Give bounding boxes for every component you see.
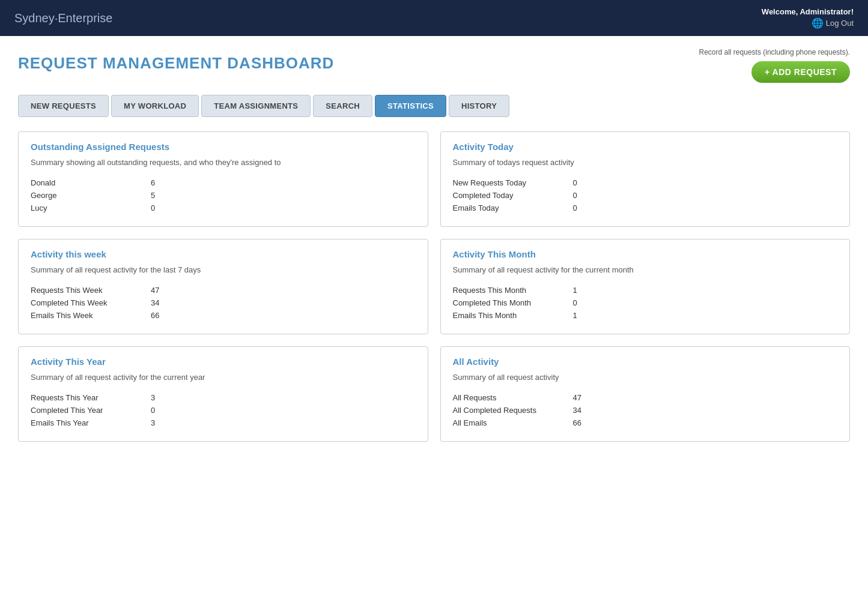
month-label-1: Completed This Month	[453, 298, 573, 307]
month-value-1: 0	[573, 298, 577, 307]
all-label-1: All Completed Requests	[453, 406, 573, 415]
all-label-2: All Emails	[453, 418, 573, 427]
year-label-2: Emails This Year	[31, 418, 151, 427]
year-label-0: Requests This Year	[31, 393, 151, 402]
today-label-2: Emails Today	[453, 203, 573, 212]
week-label-2: Emails This Week	[31, 311, 151, 320]
main-content: REQUEST MANAGEMENT DASHBOARD Record all …	[0, 36, 868, 590]
list-item: Completed Today 0	[453, 189, 838, 202]
month-value-0: 1	[573, 286, 577, 295]
list-item: Emails This Year 3	[31, 417, 416, 429]
list-item: Emails This Month 1	[453, 309, 838, 322]
list-item: Donald 6	[31, 176, 416, 189]
list-item: Requests This Month 1	[453, 284, 838, 297]
outstanding-label-1: George	[31, 191, 151, 200]
logout-button[interactable]: 🌐 Log Out	[762, 17, 854, 29]
week-label-0: Requests This Week	[31, 286, 151, 295]
today-value-0: 0	[573, 178, 577, 187]
list-item: All Emails 66	[453, 417, 838, 429]
page-title: REQUEST MANAGEMENT DASHBOARD	[18, 54, 334, 73]
nav-tabs: NEW REQUESTS MY WORKLOAD TEAM ASSIGNMENT…	[18, 95, 850, 117]
tab-new-requests[interactable]: NEW REQUESTS	[18, 95, 109, 117]
list-item: New Requests Today 0	[453, 176, 838, 189]
record-note: Record all requests (including phone req…	[699, 48, 850, 56]
panel-activity-week-title: Activity this week	[31, 249, 416, 259]
month-label-0: Requests This Month	[453, 286, 573, 295]
outstanding-label-2: Lucy	[31, 203, 151, 212]
list-item: George 5	[31, 189, 416, 202]
add-request-button[interactable]: + ADD REQUEST	[751, 61, 850, 83]
all-label-0: All Requests	[453, 393, 573, 402]
outstanding-value-2: 0	[151, 203, 155, 212]
today-label-0: New Requests Today	[453, 178, 573, 187]
globe-icon: 🌐	[812, 17, 824, 29]
outstanding-value-1: 5	[151, 191, 155, 200]
logo-main: Sydney	[14, 11, 55, 25]
year-value-1: 0	[151, 406, 155, 415]
today-value-1: 0	[573, 191, 577, 200]
dashboard-grid: Outstanding Assigned Requests Summary sh…	[18, 131, 850, 442]
list-item: All Completed Requests 34	[453, 404, 838, 417]
month-label-2: Emails This Month	[453, 311, 573, 320]
panel-all-activity-title: All Activity	[453, 357, 838, 367]
all-value-2: 66	[573, 418, 581, 427]
week-value-1: 34	[151, 298, 159, 307]
list-item: Emails This Week 66	[31, 309, 416, 322]
week-value-0: 47	[151, 286, 159, 295]
all-value-0: 47	[573, 393, 581, 402]
year-value-2: 3	[151, 418, 155, 427]
logo: Sydney·Enterprise	[14, 11, 112, 25]
outstanding-label-0: Donald	[31, 178, 151, 187]
panel-all-activity-desc: Summary of all request activity	[453, 373, 838, 382]
tab-history[interactable]: HISTORY	[449, 95, 509, 117]
tab-statistics[interactable]: STATISTICS	[375, 95, 446, 117]
panel-activity-week: Activity this week Summary of all reques…	[18, 239, 428, 334]
list-item: All Requests 47	[453, 391, 838, 404]
top-bar-right: Record all requests (including phone req…	[699, 48, 850, 83]
logo-sub: Enterprise	[58, 11, 112, 25]
list-item: Lucy 0	[31, 202, 416, 214]
month-value-2: 1	[573, 311, 577, 320]
list-item: Completed This Year 0	[31, 404, 416, 417]
panel-activity-month-title: Activity This Month	[453, 249, 838, 259]
panel-activity-year-title: Activity This Year	[31, 357, 416, 367]
year-label-1: Completed This Year	[31, 406, 151, 415]
panel-activity-month-desc: Summary of all request activity for the …	[453, 265, 838, 274]
list-item: Requests This Year 3	[31, 391, 416, 404]
year-value-0: 3	[151, 393, 155, 402]
header: Sydney·Enterprise Welcome, Administrator…	[0, 0, 868, 36]
list-item: Completed This Month 0	[453, 297, 838, 309]
logout-label: Log Out	[826, 19, 854, 28]
welcome-text: Welcome, Administrator!	[762, 7, 854, 16]
tab-search[interactable]: SEARCH	[313, 95, 372, 117]
panel-outstanding: Outstanding Assigned Requests Summary sh…	[18, 131, 428, 227]
all-value-1: 34	[573, 406, 581, 415]
outstanding-value-0: 6	[151, 178, 155, 187]
panel-activity-today-title: Activity Today	[453, 142, 838, 152]
list-item: Completed This Week 34	[31, 297, 416, 309]
top-bar: REQUEST MANAGEMENT DASHBOARD Record all …	[18, 48, 850, 83]
tab-my-workload[interactable]: MY WORKLOAD	[111, 95, 199, 117]
panel-activity-year-desc: Summary of all request activity for the …	[31, 373, 416, 382]
panel-activity-month: Activity This Month Summary of all reque…	[440, 239, 851, 334]
header-right: Welcome, Administrator! 🌐 Log Out	[762, 7, 854, 29]
panel-activity-year: Activity This Year Summary of all reques…	[18, 346, 428, 442]
panel-activity-today: Activity Today Summary of todays request…	[440, 131, 851, 227]
panel-activity-week-desc: Summary of all request activity for the …	[31, 265, 416, 274]
tab-team-assignments[interactable]: TEAM ASSIGNMENTS	[201, 95, 311, 117]
today-label-1: Completed Today	[453, 191, 573, 200]
list-item: Requests This Week 47	[31, 284, 416, 297]
list-item: Emails Today 0	[453, 202, 838, 214]
panel-outstanding-desc: Summary showing all outstanding requests…	[31, 158, 416, 167]
panel-outstanding-title: Outstanding Assigned Requests	[31, 142, 416, 152]
week-value-2: 66	[151, 311, 159, 320]
panel-all-activity: All Activity Summary of all request acti…	[440, 346, 851, 442]
panel-activity-today-desc: Summary of todays request activity	[453, 158, 838, 167]
today-value-2: 0	[573, 203, 577, 212]
week-label-1: Completed This Week	[31, 298, 151, 307]
